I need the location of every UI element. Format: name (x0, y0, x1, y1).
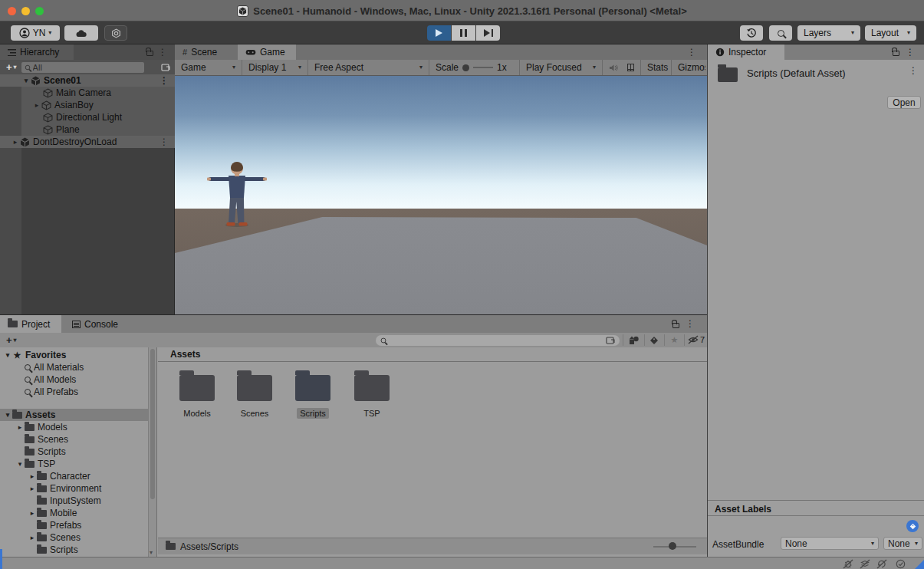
project-tabbar: Project Console (0, 315, 707, 333)
project-menu-icon[interactable] (686, 319, 695, 328)
expand-arrow-icon[interactable] (11, 138, 20, 146)
lock-icon[interactable] (672, 323, 679, 328)
tree-row-scripts-tsp[interactable]: Scripts (0, 544, 148, 556)
tree-scrollbar[interactable] (148, 347, 156, 557)
tree-row-prefabs[interactable]: Prefabs (0, 519, 148, 531)
tree-scrollbar-thumb[interactable] (150, 349, 155, 499)
tree-row-scripts[interactable]: Scripts (0, 446, 148, 458)
plastic-scm-button[interactable] (104, 25, 127, 41)
tab-inspector[interactable]: Inspector (708, 44, 784, 60)
hidden-packages-toggle[interactable]: 7 (688, 335, 705, 344)
cloud-button[interactable] (64, 25, 98, 41)
lock-icon[interactable] (893, 51, 899, 56)
layout-dropdown[interactable]: Layout (865, 25, 916, 41)
folder-scripts-selected[interactable]: Scripts (284, 375, 341, 419)
info-icon (715, 48, 725, 57)
assetbundle-dropdown[interactable]: None (781, 537, 879, 550)
account-dropdown[interactable]: YN (11, 25, 60, 41)
undo-history-button[interactable] (740, 25, 763, 41)
scale-slider-knob[interactable] (462, 64, 469, 71)
add-label-button[interactable] (906, 520, 919, 532)
tree-row-scenes-tsp[interactable]: Scenes (0, 531, 148, 544)
hierarchy-row-asianboy[interactable]: AsianBoy (21, 99, 175, 111)
asset-menu-icon[interactable] (909, 66, 918, 75)
tab-scene[interactable]: # Scene (175, 44, 232, 60)
display-target-dropdown[interactable]: Game (175, 60, 242, 75)
tree-row-favorites[interactable]: Favorites (0, 349, 148, 361)
hierarchy-row-scene01[interactable]: Scene01 (0, 74, 175, 87)
tree-row-all-models[interactable]: All Models (0, 373, 148, 386)
main-toolbar: YN Layer (0, 21, 924, 44)
gameobject-cube-icon (43, 88, 53, 98)
expand-arrow-icon[interactable] (21, 77, 31, 84)
tree-row-character[interactable]: Character (0, 470, 148, 482)
layers-dropdown[interactable]: Layers (797, 25, 860, 41)
tab-console[interactable]: Console (64, 315, 132, 333)
folder-tsp[interactable]: TSP (344, 375, 400, 419)
tree-row-assets[interactable]: Assets (0, 409, 148, 421)
folder-icon (37, 473, 47, 480)
tree-row-environment[interactable]: Environment (0, 482, 148, 495)
hierarchy-row-directional-light[interactable]: Directional Light (21, 111, 175, 123)
gameview-menu-icon[interactable] (687, 48, 696, 57)
play-button[interactable] (427, 25, 451, 41)
gizmos-dropdown[interactable]: Gizmos (672, 60, 705, 75)
folder-models[interactable]: Models (169, 375, 225, 419)
search-picker-icon[interactable] (606, 336, 615, 345)
assetbundle-variant-dropdown[interactable]: None (883, 537, 922, 550)
play-focused-dropdown[interactable]: Play Focused (520, 60, 603, 75)
hierarchy-search-input[interactable] (33, 63, 110, 72)
hierarchy-row-main-camera[interactable]: Main Camera (21, 87, 175, 99)
debugger-detached-icon[interactable] (841, 558, 855, 569)
tab-game[interactable]: Game (238, 44, 296, 60)
favorites-filter-icon[interactable] (669, 335, 679, 345)
scroll-down-arrow-icon[interactable] (150, 549, 153, 556)
project-search-field[interactable] (376, 335, 620, 346)
hierarchy-row-dontdestroyonload[interactable]: DontDestroyOnLoad (0, 136, 175, 148)
tree-row-inputsystem[interactable]: InputSystem (0, 495, 148, 507)
inspector-menu-icon[interactable] (906, 48, 915, 57)
tab-project[interactable]: Project (0, 315, 61, 333)
aspect-ratio-dropdown[interactable]: Free Aspect (308, 60, 429, 75)
vsync-grid-button[interactable] (621, 60, 641, 75)
row-menu-icon[interactable] (159, 137, 169, 146)
project-search-input[interactable] (390, 336, 603, 345)
tree-row-mobile[interactable]: Mobile (0, 507, 148, 519)
pause-button[interactable] (452, 25, 475, 41)
tree-row-all-prefabs[interactable]: All Prefabs (0, 386, 148, 398)
gizmos-label: Gizmos (678, 62, 705, 73)
gameview-tabbar: # Scene Game (175, 44, 707, 60)
folder-icon (37, 534, 47, 541)
global-search-button[interactable] (769, 25, 792, 41)
thumbnail-zoom-knob[interactable] (669, 542, 676, 550)
stats-button[interactable]: Stats (641, 60, 672, 75)
tree-row-models[interactable]: Models (0, 421, 148, 433)
open-button[interactable]: Open (887, 96, 921, 109)
scale-slider-track[interactable] (473, 67, 493, 68)
step-button[interactable] (476, 25, 500, 41)
create-asset-button[interactable]: + (0, 334, 20, 346)
search-picker-icon[interactable] (161, 63, 170, 72)
display-number-dropdown[interactable]: Display 1 (242, 60, 308, 75)
expand-arrow-icon[interactable] (32, 101, 41, 109)
auto-refresh-disabled-icon[interactable] (875, 558, 889, 569)
game-viewport[interactable] (175, 76, 707, 314)
filter-by-label-button[interactable] (649, 336, 659, 345)
cache-server-disconnected-icon[interactable] (858, 558, 872, 569)
tree-row-tsp[interactable]: TSP (0, 458, 148, 470)
filter-by-type-button[interactable] (629, 336, 640, 345)
hierarchy-row-plane[interactable]: Plane (21, 123, 175, 136)
add-object-button[interactable]: + (0, 61, 20, 73)
tree-row-scenes[interactable]: Scenes (0, 433, 148, 446)
lock-icon[interactable] (146, 51, 153, 56)
mute-audio-button[interactable] (603, 60, 621, 75)
resize-corner[interactable] (915, 560, 924, 569)
tab-hierarchy[interactable]: Hierarchy (0, 44, 74, 60)
hierarchy-search-field[interactable] (21, 62, 144, 73)
row-menu-icon[interactable] (159, 76, 169, 85)
chevron-down-icon (851, 30, 854, 36)
tree-row-all-materials[interactable]: All Materials (0, 361, 148, 373)
hierarchy-menu-icon[interactable] (158, 48, 167, 57)
activity-ok-icon[interactable] (893, 558, 907, 569)
folder-scenes[interactable]: Scenes (226, 375, 283, 419)
